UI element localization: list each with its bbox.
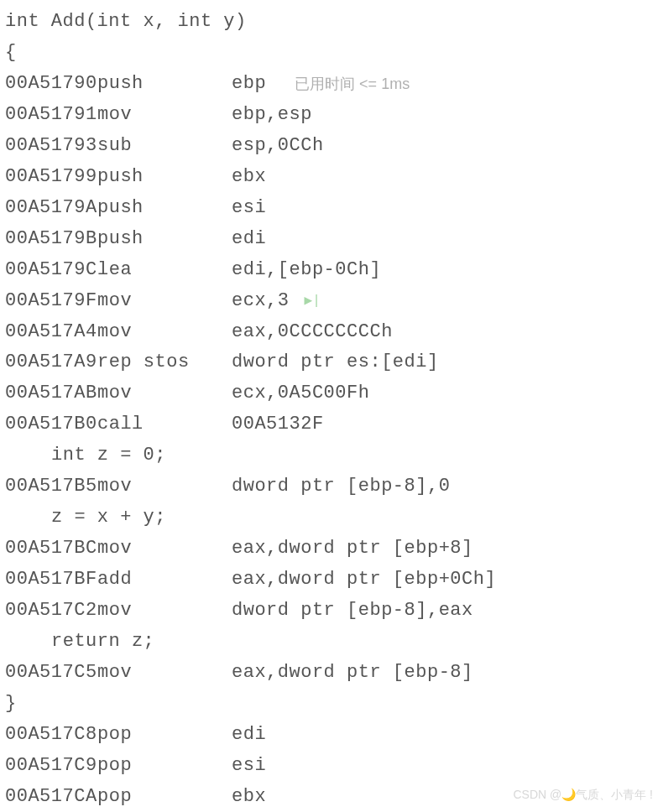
- asm-mnemonic: push: [97, 224, 232, 255]
- asm-line: 00A51799pushebx: [5, 162, 663, 193]
- asm-operand: esp,0CCh: [232, 131, 324, 162]
- asm-line: 00A5179Bpushedi: [5, 224, 663, 255]
- asm-address: 00A517BF: [5, 565, 97, 596]
- asm-mnemonic: call: [97, 409, 232, 440]
- asm-mnemonic: push: [97, 162, 232, 193]
- asm-mnemonic: mov: [97, 317, 232, 348]
- source-line-declare: int z = 0;: [5, 440, 663, 471]
- asm-line: 00A51791movebp,esp: [5, 100, 663, 131]
- asm-address: 00A517A4: [5, 317, 97, 348]
- asm-operand: edi: [232, 720, 266, 751]
- asm-mnemonic: add: [97, 565, 232, 596]
- source-line-assign: z = x + y;: [5, 502, 663, 534]
- asm-address: 00A517C8: [5, 720, 97, 751]
- asm-line: 00A51793subesp,0CCh: [5, 131, 663, 162]
- asm-operand: ebp,esp: [232, 100, 312, 131]
- asm-mnemonic: mov: [97, 534, 232, 565]
- asm-mnemonic: mov: [97, 378, 232, 409]
- asm-address: 00A517B0: [5, 409, 97, 440]
- asm-operand: eax,dword ptr [ebp+8]: [232, 534, 473, 565]
- asm-operand: dword ptr [ebp-8],0: [232, 471, 450, 502]
- asm-operand: ebp: [232, 69, 266, 100]
- asm-operand: edi,[ebp-0Ch]: [232, 255, 381, 286]
- watermark-text: CSDN @🌙气质、小青年 !: [513, 785, 653, 805]
- asm-line: 00A517ABmovecx,0A5C00Fh: [5, 378, 663, 409]
- timing-annotation: 已用时间 <= 1ms: [295, 71, 410, 96]
- asm-line: 00A517C8popedi: [5, 720, 663, 751]
- asm-line: 00A517C5moveax,dword ptr [ebp-8]: [5, 658, 663, 689]
- asm-address: 00A517C9: [5, 751, 97, 782]
- asm-address: 00A517C5: [5, 658, 97, 689]
- asm-mnemonic: push: [97, 69, 232, 100]
- asm-operand: eax,dword ptr [ebp+0Ch]: [232, 565, 496, 596]
- asm-mnemonic: mov: [97, 658, 232, 689]
- asm-mnemonic: sub: [97, 131, 232, 162]
- asm-address: 00A5179F: [5, 286, 97, 317]
- asm-mnemonic: rep stos: [97, 347, 232, 378]
- asm-address: 00A517B5: [5, 471, 97, 502]
- asm-line: 00A5179Apushesi: [5, 193, 663, 224]
- asm-operand: 00A5132F: [232, 409, 324, 440]
- asm-line: 00A517C9popesi: [5, 751, 663, 782]
- asm-operand: dword ptr [ebp-8],eax: [232, 596, 473, 627]
- asm-operand: edi: [232, 224, 266, 255]
- asm-address: 00A517CA: [5, 782, 97, 812]
- asm-line: 00A5179Cleaedi,[ebp-0Ch]: [5, 255, 663, 286]
- asm-address: 00A517C2: [5, 596, 97, 627]
- source-line-open-brace: {: [5, 38, 663, 69]
- asm-address: 00A517BC: [5, 534, 97, 565]
- asm-mnemonic: pop: [97, 751, 232, 782]
- asm-line: 00A517A9rep stosdword ptr es:[edi]: [5, 347, 663, 378]
- asm-line: 00A517BFaddeax,dword ptr [ebp+0Ch]: [5, 565, 663, 596]
- source-line-signature: int Add(int x, int y): [5, 7, 663, 38]
- asm-operand: ebx: [232, 162, 266, 193]
- asm-operand: esi: [232, 193, 266, 224]
- asm-address: 00A5179A: [5, 193, 97, 224]
- asm-address: 00A51791: [5, 100, 97, 131]
- asm-operand: ebx: [232, 782, 266, 812]
- asm-address: 00A51793: [5, 131, 97, 162]
- asm-mnemonic: pop: [97, 720, 232, 751]
- asm-operand: ecx,0A5C00Fh: [232, 378, 369, 409]
- asm-mnemonic: mov: [97, 286, 232, 317]
- asm-address: 00A517A9: [5, 347, 97, 378]
- source-line-close-brace: }: [5, 689, 663, 720]
- asm-mnemonic: mov: [97, 596, 232, 627]
- asm-line: 00A517BCmoveax,dword ptr [ebp+8]: [5, 534, 663, 565]
- asm-mnemonic: pop: [97, 782, 232, 812]
- asm-line: 00A517B5movdword ptr [ebp-8],0: [5, 471, 663, 502]
- asm-operand: esi: [232, 751, 266, 782]
- asm-line: 00A517C2movdword ptr [ebp-8],eax: [5, 596, 663, 627]
- asm-line: 00A5179Fmovecx,3▶|: [5, 286, 663, 317]
- asm-line: 00A517B0call00A5132F: [5, 409, 663, 440]
- asm-mnemonic: mov: [97, 100, 232, 131]
- asm-operand: dword ptr es:[edi]: [232, 347, 439, 378]
- asm-address: 00A51790: [5, 69, 97, 100]
- asm-line: 00A517A4moveax,0CCCCCCCCh: [5, 317, 663, 348]
- step-marker-icon: ▶|: [305, 290, 321, 313]
- asm-operand: ecx,3: [232, 286, 290, 317]
- asm-address: 00A5179C: [5, 255, 97, 286]
- asm-mnemonic: lea: [97, 255, 232, 286]
- source-line-return: return z;: [5, 627, 663, 658]
- asm-line: 00A51790pushebp已用时间 <= 1ms: [5, 69, 663, 100]
- asm-operand: eax,dword ptr [ebp-8]: [232, 658, 473, 689]
- asm-mnemonic: push: [97, 193, 232, 224]
- asm-operand: eax,0CCCCCCCCh: [232, 317, 393, 348]
- asm-address: 00A517AB: [5, 378, 97, 409]
- asm-address: 00A51799: [5, 162, 97, 193]
- asm-address: 00A5179B: [5, 224, 97, 255]
- asm-mnemonic: mov: [97, 471, 232, 502]
